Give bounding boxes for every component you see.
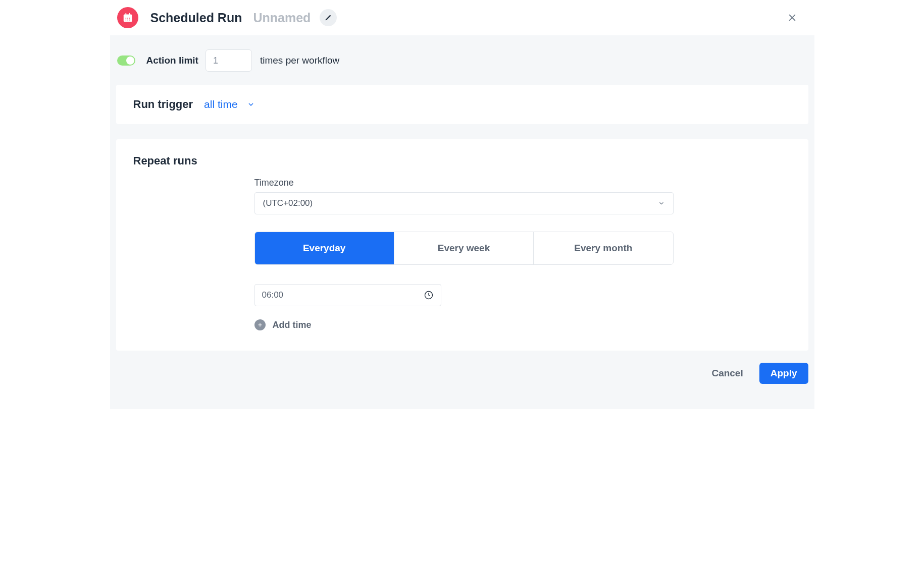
svg-rect-1 — [125, 13, 126, 15]
timezone-value: (UTC+02:00) — [263, 198, 313, 208]
run-trigger-label: Run trigger — [133, 98, 193, 111]
timezone-select[interactable]: (UTC+02:00) — [254, 192, 674, 214]
chevron-down-icon — [247, 100, 255, 108]
svg-point-6 — [125, 20, 126, 21]
run-trigger-select[interactable]: all time — [204, 98, 255, 110]
timezone-label: Timezone — [254, 178, 674, 188]
cancel-button[interactable]: Cancel — [702, 363, 752, 384]
run-name: Unnamed — [253, 11, 311, 25]
svg-point-8 — [129, 20, 130, 21]
repeat-runs-title: Repeat runs — [133, 154, 791, 167]
svg-point-3 — [125, 18, 126, 19]
action-limit-suffix: times per workflow — [260, 55, 339, 66]
svg-rect-2 — [129, 13, 130, 15]
clock-icon — [424, 290, 434, 300]
scheduled-run-icon — [117, 7, 138, 28]
svg-point-4 — [127, 18, 128, 19]
time-value: 06:00 — [262, 290, 284, 300]
tab-every-week[interactable]: Every week — [394, 232, 533, 264]
svg-point-7 — [127, 20, 128, 21]
close-icon — [787, 13, 797, 23]
action-limit-input[interactable] — [206, 49, 252, 72]
action-limit-toggle[interactable] — [117, 55, 135, 66]
plus-icon — [254, 319, 266, 330]
svg-point-5 — [129, 18, 130, 19]
tab-everyday[interactable]: Everyday — [255, 232, 394, 264]
edit-name-button[interactable] — [320, 9, 337, 26]
action-limit-label: Action limit — [146, 55, 198, 66]
apply-button[interactable]: Apply — [759, 363, 808, 384]
tab-every-month[interactable]: Every month — [533, 232, 673, 264]
page-title: Scheduled Run — [150, 11, 242, 25]
pencil-icon — [325, 14, 332, 21]
run-trigger-value: all time — [204, 98, 238, 110]
chevron-down-icon — [658, 200, 665, 207]
time-input[interactable]: 06:00 — [254, 284, 441, 306]
close-button[interactable] — [782, 8, 802, 28]
add-time-button[interactable]: Add time — [254, 319, 312, 330]
add-time-label: Add time — [273, 320, 312, 330]
